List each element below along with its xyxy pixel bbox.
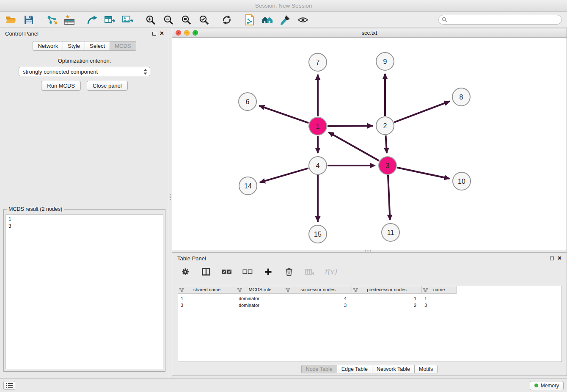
tab-edge-table[interactable]: Edge Table	[337, 365, 372, 373]
column-header-mcds-role[interactable]: MCDS role	[236, 286, 284, 294]
graph-edge-2-8[interactable]	[394, 101, 450, 122]
hide-panels-button[interactable]	[3, 381, 15, 390]
clear-selection-button[interactable]	[242, 266, 253, 278]
export-image-button[interactable]	[122, 14, 134, 26]
close-window-button[interactable]: ×	[176, 30, 181, 36]
add-row-button[interactable]	[262, 266, 274, 278]
zoom-fit-button[interactable]	[180, 14, 192, 26]
close-table-panel-icon[interactable]: ×	[558, 256, 561, 261]
zoom-selected-button[interactable]	[198, 14, 210, 26]
optimization-select[interactable]: strongly connected component	[19, 67, 150, 76]
tab-style[interactable]: Style	[63, 41, 85, 51]
network-document-icon	[245, 14, 255, 25]
zoom-out-button[interactable]	[162, 14, 174, 26]
apply-layout-button[interactable]	[221, 14, 233, 26]
splitter-network-table[interactable]	[362, 249, 373, 252]
table-settings-button[interactable]	[179, 266, 191, 278]
paint-style-button[interactable]	[279, 14, 291, 26]
tab-network-table[interactable]: Network Table	[372, 365, 415, 373]
splitter-control-network[interactable]	[169, 191, 172, 202]
stepper-icon	[143, 69, 147, 75]
column-header-successor-nodes[interactable]: successor nodes	[284, 286, 352, 294]
column-type-icon	[353, 287, 358, 292]
open-session-button[interactable]	[5, 14, 17, 26]
delete-table-icon	[305, 268, 314, 276]
table-row[interactable]: 1dominator411	[178, 295, 561, 302]
show-columns-button[interactable]	[200, 266, 212, 278]
memory-button[interactable]: Memory	[530, 381, 564, 390]
misc-tool-group	[244, 14, 309, 26]
table-cell[interactable]: 3	[422, 302, 457, 309]
select-all-rows-button[interactable]	[221, 266, 233, 278]
graph-edge-3-10[interactable]	[397, 168, 450, 179]
graph-node-label: 11	[387, 229, 394, 236]
search-input[interactable]	[438, 15, 562, 25]
column-header-predecessor-nodes[interactable]: predecessor nodes	[352, 286, 422, 294]
graph-node-label: 7	[316, 59, 320, 66]
control-panel-header: Control Panel ×	[0, 28, 169, 39]
minimize-window-button[interactable]: −	[184, 30, 190, 36]
close-panel-icon[interactable]: ×	[160, 31, 164, 36]
list-icon	[6, 383, 13, 388]
save-session-button[interactable]	[23, 14, 35, 26]
table-cell[interactable]: 1	[178, 295, 236, 302]
column-header-label: shared name	[193, 287, 220, 292]
table-cell[interactable]: 3	[284, 302, 352, 309]
table-cell[interactable]: 3	[178, 302, 236, 309]
column-header-label: name	[433, 287, 445, 292]
column-type-icon	[179, 287, 184, 292]
graph-edge-3-1[interactable]	[328, 132, 379, 161]
graph-edge-1-2[interactable]	[328, 126, 373, 126]
refresh-icon	[221, 14, 232, 25]
tab-network[interactable]: Network	[33, 41, 63, 51]
run-mcds-button[interactable]: Run MCDS	[41, 81, 81, 91]
mcds-result-line: 1	[8, 216, 160, 223]
duplicate-network-button[interactable]	[244, 14, 256, 26]
tab-motifs[interactable]: Motifs	[414, 365, 438, 373]
close-mcds-panel-button[interactable]: Close panel	[87, 81, 128, 91]
memory-label: Memory	[541, 383, 559, 389]
import-network-icon	[46, 14, 58, 25]
network-from-selection-button[interactable]	[86, 14, 98, 26]
graph-edge-3-11[interactable]	[388, 175, 390, 220]
table-cell[interactable]: dominator	[236, 302, 284, 309]
mcds-result-list[interactable]: 13	[6, 214, 163, 369]
column-header-name[interactable]: name	[422, 286, 457, 294]
graph-edge-2-3[interactable]	[386, 135, 387, 153]
table-cell[interactable]: 2	[352, 302, 422, 309]
delete-table-button[interactable]	[304, 266, 316, 278]
tab-mcds[interactable]: MCDS	[110, 41, 136, 51]
graph-node-label: 8	[460, 94, 463, 101]
select-all-icon	[222, 269, 232, 275]
zoom-in-icon	[145, 14, 156, 25]
zoom-in-button[interactable]	[145, 14, 157, 26]
show-hide-button[interactable]	[297, 14, 309, 26]
column-header-label: MCDS role	[249, 287, 272, 292]
graph-edges	[259, 74, 450, 222]
delete-row-button[interactable]	[283, 266, 295, 278]
table-row[interactable]: 3dominator323	[178, 302, 561, 309]
table-cell[interactable]: 4	[284, 295, 352, 302]
zoom-out-icon	[163, 14, 174, 25]
graph-edge-4-14[interactable]	[260, 168, 308, 182]
tab-node-table[interactable]: Node Table	[301, 365, 337, 373]
column-header-label: predecessor nodes	[367, 287, 407, 292]
table-cell[interactable]: 1	[352, 295, 422, 302]
zoom-window-button[interactable]: +	[193, 30, 198, 36]
home-button[interactable]	[261, 14, 273, 26]
tab-select[interactable]: Select	[85, 41, 110, 51]
graph-edge-1-6[interactable]	[259, 106, 308, 123]
memory-status-icon	[534, 384, 538, 387]
float-panel-icon[interactable]	[152, 32, 156, 36]
import-network-button[interactable]	[46, 14, 58, 26]
column-header-shared-name[interactable]: shared name	[178, 286, 236, 294]
export-table-button[interactable]	[104, 14, 116, 26]
table-panel-header: Table Panel ×	[172, 253, 567, 264]
table-cell[interactable]: 1	[422, 295, 457, 302]
table-cell[interactable]: dominator	[236, 295, 284, 302]
import-table-button[interactable]	[63, 14, 75, 26]
network-canvas[interactable]: 7968124314101511	[172, 38, 567, 251]
float-table-panel-icon[interactable]	[550, 257, 554, 260]
network-view-window: scc.txt × − + 7968124314101511	[172, 28, 567, 251]
function-builder-button[interactable]: f(x)	[325, 266, 336, 278]
